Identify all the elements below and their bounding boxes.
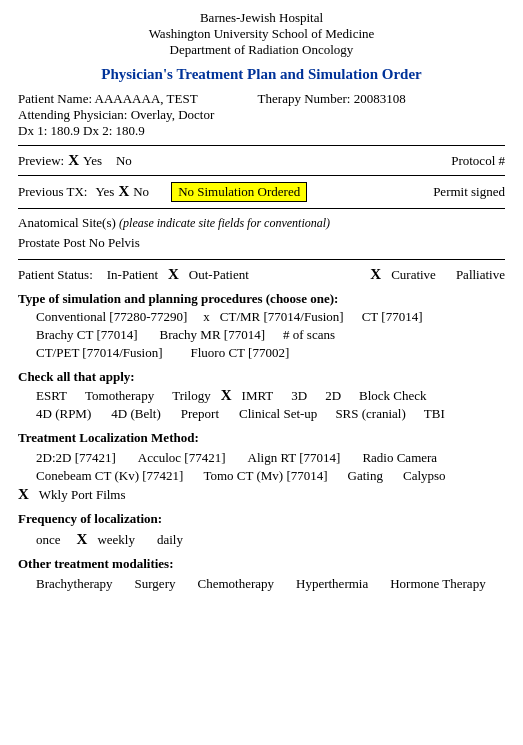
- preview-label: Preview:: [18, 153, 64, 169]
- header-line2: Washington University School of Medicine: [18, 26, 505, 42]
- simulation-title: Type of simulation and planning procedur…: [18, 291, 505, 307]
- dx2-value: 180.9: [116, 123, 145, 138]
- localization-row3: X Wkly Port Films: [18, 486, 505, 503]
- previous-tx-yes: Yes: [95, 184, 114, 200]
- preview-no: No: [116, 153, 132, 169]
- acculoc: Acculoc [77421]: [138, 450, 226, 466]
- simulation-row3: CT/PET [77014/Fusion] Fluoro CT [77002]: [36, 345, 505, 361]
- no-sim-ordered: No Simulation Ordered: [171, 182, 307, 202]
- brachy-mr: Brachy MR [77014]: [160, 327, 265, 343]
- attending-value: Overlay, Doctor: [131, 107, 215, 122]
- tbi: TBI: [424, 406, 445, 422]
- check-all-row1: ESRT Tomotherapy Trilogy X IMRT 3D 2D Bl…: [36, 387, 505, 404]
- anatomical-section: Anatomical Site(s) (please indicate site…: [18, 215, 505, 231]
- tomotherapy: Tomotherapy: [85, 388, 154, 404]
- patient-status-x2: X: [370, 266, 381, 283]
- divider4: [18, 259, 505, 260]
- three-d: 3D: [291, 388, 307, 404]
- conventional: Conventional [77280-77290]: [36, 309, 187, 325]
- patient-status-x1: X: [168, 266, 179, 283]
- localization-row2: Conebeam CT (Kv) [77421] Tomo CT (Mv) [7…: [36, 468, 505, 484]
- conebeam: Conebeam CT (Kv) [77421]: [36, 468, 183, 484]
- ct-pet: CT/PET [77014/Fusion]: [36, 345, 163, 361]
- divider1: [18, 145, 505, 146]
- preport: Preport: [181, 406, 219, 422]
- dx1-value: 180.9: [51, 123, 80, 138]
- align-rt: Align RT [77014]: [248, 450, 341, 466]
- patient-name-value: AAAAAAA, TEST: [95, 91, 198, 106]
- tomo-ct: Tomo CT (Mv) [77014]: [203, 468, 327, 484]
- freq-daily: daily: [157, 532, 183, 548]
- ctmr: CT/MR [77014/Fusion]: [220, 309, 344, 325]
- scans: # of scans: [283, 327, 335, 343]
- previous-tx-x: X: [118, 183, 129, 200]
- in-patient: In-Patient: [107, 267, 158, 283]
- radio-camera: Radio Camera: [362, 450, 437, 466]
- previous-tx-label: Previous TX:: [18, 184, 87, 200]
- previous-tx-no: No: [133, 184, 149, 200]
- frequency-title: Frequency of localization:: [18, 511, 505, 527]
- other-modalities-title: Other treatment modalities:: [18, 556, 505, 572]
- surgery: Surgery: [135, 576, 176, 592]
- sim-x-mark: x: [203, 309, 210, 325]
- localization-row1: 2D:2D [77421] Acculoc [77421] Align RT […: [36, 450, 505, 466]
- check-all-row2: 4D (RPM) 4D (Belt) Preport Clinical Set-…: [36, 406, 505, 422]
- wkly-x: X: [18, 486, 29, 503]
- localization-title: Treatment Localization Method:: [18, 430, 505, 446]
- anatomical-note: (please indicate site fields for convent…: [119, 216, 330, 230]
- protocol-label: Protocol #: [451, 153, 505, 169]
- freq-weekly: weekly: [97, 532, 135, 548]
- hormone-therapy: Hormone Therapy: [390, 576, 485, 592]
- patient-name-label: Patient Name:: [18, 91, 92, 106]
- curative: Curative: [391, 267, 436, 283]
- anatomical-label: Anatomical Site(s): [18, 215, 116, 230]
- patient-info: Patient Name: AAAAAAA, TEST Therapy Numb…: [18, 91, 505, 139]
- header-line1: Barnes-Jewish Hospital: [18, 10, 505, 26]
- chemotherapy: Chemotherapy: [197, 576, 274, 592]
- simulation-row1: Conventional [77280-77290] x CT/MR [7701…: [36, 309, 505, 325]
- brachy-ct: Brachy CT [77014]: [36, 327, 138, 343]
- weekly-x: X: [77, 531, 88, 548]
- patient-status-row: Patient Status: In-Patient X Out-Patient…: [18, 266, 505, 283]
- srs: SRS (cranial): [335, 406, 405, 422]
- out-patient: Out-Patient: [189, 267, 249, 283]
- calypso: Calypso: [403, 468, 446, 484]
- four-d-rpm: 4D (RPM): [36, 406, 91, 422]
- anatomical-value: Prostate Post No Pelvis: [18, 235, 505, 251]
- freq-once: once: [36, 532, 61, 548]
- therapy-number: Therapy Number: 20083108: [258, 91, 406, 107]
- attending-label: Attending Physician:: [18, 107, 127, 122]
- preview-x: X: [68, 152, 79, 169]
- divider2: [18, 175, 505, 176]
- other-modalities-row: Brachytherapy Surgery Chemotherapy Hyper…: [36, 576, 505, 592]
- preview-yes: Yes: [83, 153, 102, 169]
- four-d-belt: 4D (Belt): [111, 406, 160, 422]
- therapy-value: 20083108: [354, 91, 406, 106]
- patient-status-label: Patient Status:: [18, 267, 93, 283]
- dx-row: Dx 1: 180.9 Dx 2: 180.9: [18, 123, 505, 139]
- clinical-setup: Clinical Set-up: [239, 406, 317, 422]
- therapy-label: Therapy Number:: [258, 91, 351, 106]
- permit-signed: Permit signed: [433, 184, 505, 200]
- header-line3: Department of Radiation Oncology: [18, 42, 505, 58]
- fluoro: Fluoro CT [77002]: [191, 345, 290, 361]
- previous-tx-row: Previous TX: Yes X No No Simulation Orde…: [18, 182, 505, 202]
- 2d2d: 2D:2D [77421]: [36, 450, 116, 466]
- esrt: ESRT: [36, 388, 67, 404]
- frequency-row: once X weekly daily: [36, 531, 505, 548]
- ct: CT [77014]: [362, 309, 423, 325]
- page-title: Physician's Treatment Plan and Simulatio…: [18, 66, 505, 83]
- divider3: [18, 208, 505, 209]
- dx1-label: Dx 1:: [18, 123, 47, 138]
- dx2-label: Dx 2:: [83, 123, 112, 138]
- trilogy: Trilogy: [172, 388, 211, 404]
- imrt: IMRT: [242, 388, 274, 404]
- block-check: Block Check: [359, 388, 427, 404]
- wkly-port: Wkly Port Films: [39, 487, 126, 503]
- hospital-header: Barnes-Jewish Hospital Washington Univer…: [18, 10, 505, 58]
- imrt-x: X: [221, 387, 232, 404]
- check-all-title: Check all that apply:: [18, 369, 505, 385]
- patient-name-row: Patient Name: AAAAAAA, TEST Therapy Numb…: [18, 91, 505, 107]
- patient-name: Patient Name: AAAAAAA, TEST: [18, 91, 198, 107]
- two-d: 2D: [325, 388, 341, 404]
